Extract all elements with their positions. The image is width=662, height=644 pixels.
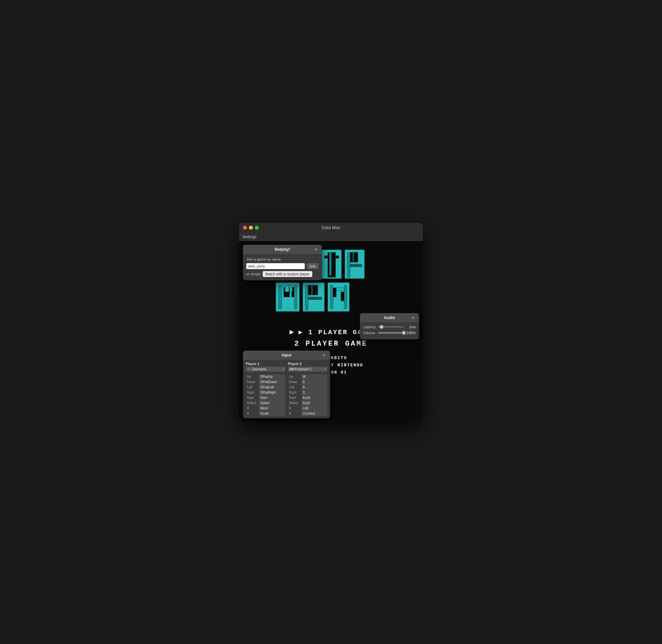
- p2-action: Select: [285, 400, 302, 406]
- join-row: Join a game by name: [246, 257, 318, 261]
- input-titlebar: Input ✕: [243, 351, 330, 360]
- player1-device: Gamepad: [252, 367, 282, 371]
- volume-thumb[interactable]: [402, 331, 406, 335]
- p2-binding[interactable]: LAlt: [302, 406, 327, 411]
- p2-action: Down: [285, 379, 302, 385]
- audio-title: Audio: [369, 316, 410, 320]
- p2-action: Right: [285, 390, 302, 395]
- table-row: Start Start Start Key9: [245, 395, 327, 400]
- audio-titlebar: Audio ✕: [360, 313, 419, 322]
- p1-action: Select: [245, 400, 259, 406]
- table-row: Up DPadUp Up W: [245, 374, 327, 380]
- p2-binding[interactable]: LControl: [302, 411, 327, 416]
- latency-value: 1ms: [406, 325, 416, 329]
- p1-binding[interactable]: DPadRight: [259, 390, 285, 395]
- netplay-title: Netplay!: [252, 247, 313, 252]
- p2-action: Left: [285, 385, 302, 390]
- latency-row: Latency 1ms: [363, 325, 416, 329]
- p2-action: B: [285, 406, 302, 411]
- latency-thumb[interactable]: [380, 325, 383, 329]
- join-button[interactable]: Join: [307, 263, 318, 269]
- titlebar: Data Man: [239, 223, 423, 233]
- input-title: Input: [252, 353, 322, 358]
- p1-binding[interactable]: DPadLeft: [259, 385, 285, 390]
- p2-action: Up: [285, 374, 302, 380]
- traffic-lights: [243, 226, 259, 230]
- p1-binding[interactable]: West: [259, 406, 285, 411]
- p2-binding[interactable]: D: [302, 390, 327, 395]
- table-row: Down DPadDown Down S: [245, 379, 327, 385]
- minimize-button[interactable]: [249, 226, 253, 230]
- table-row: A South A LControl: [245, 411, 327, 416]
- gamepad-icon: 🎮: [247, 367, 251, 371]
- volume-row: Volume 100%: [363, 331, 416, 335]
- p2-binding[interactable]: A: [302, 385, 327, 390]
- p1-binding[interactable]: Select: [259, 400, 285, 406]
- volume-label: Volume: [363, 331, 376, 335]
- p1-chevron-icon: ▾: [283, 368, 284, 371]
- or-row: or simply Match with a random player: [246, 271, 318, 277]
- table-row: Right DPadRight Right D: [245, 390, 327, 395]
- maximize-button[interactable]: [255, 226, 259, 230]
- settings-menu[interactable]: Settings: [242, 235, 257, 239]
- input-mapping-table: Up DPadUp Up W Down DPadDown Down S Left…: [245, 374, 327, 416]
- netplay-body: Join a game by name Join or simply Match…: [243, 254, 322, 280]
- netplay-dialog: Netplay! ✕ Join a game by name Join or s…: [243, 245, 322, 280]
- join-input-row: Join: [246, 263, 318, 269]
- player1-label: Player 1: [245, 362, 285, 366]
- or-label: or simply: [246, 272, 261, 276]
- player1-col: Player 1 🎮 Gamepad ▾: [245, 362, 285, 373]
- table-row: B West B LAlt: [245, 406, 327, 411]
- p1-action: Up: [245, 374, 259, 380]
- player2-col: Player 2 ⌨ Keyboard 2 ▾: [288, 362, 328, 373]
- p1-action: Right: [245, 390, 259, 395]
- player2-device: Keyboard 2: [295, 367, 324, 371]
- p1-binding[interactable]: DPadUp: [259, 374, 285, 380]
- p1-action: Down: [245, 379, 259, 385]
- join-label: Join a game by name: [246, 257, 281, 261]
- p2-action: Start: [285, 395, 302, 400]
- p2-binding[interactable]: W: [302, 374, 327, 380]
- match-random-button[interactable]: Match with a random player: [263, 271, 312, 277]
- player2-label: Player 2: [288, 362, 328, 366]
- game-name-input[interactable]: [246, 263, 305, 269]
- input-dialog: Input ✕ Player 1 🎮 Gamepad ▾ Player 2: [243, 351, 330, 418]
- p1-action: Start: [245, 395, 259, 400]
- latency-label: Latency: [363, 325, 376, 329]
- arrow-icon: ▶: [290, 328, 295, 337]
- input-body: Player 1 🎮 Gamepad ▾ Player 2 ⌨ Keyboard…: [243, 360, 330, 418]
- table-row: Select Select Select Key0: [245, 400, 327, 406]
- p2-binding[interactable]: Key9: [302, 395, 327, 400]
- window-title: Data Man: [322, 225, 340, 230]
- table-row: Left DPadLeft Left A: [245, 385, 327, 390]
- player1-device-select[interactable]: 🎮 Gamepad ▾: [245, 367, 285, 372]
- keyboard-icon: ⌨: [289, 367, 294, 371]
- player2-device-select[interactable]: ⌨ Keyboard 2 ▾: [288, 367, 328, 372]
- audio-dialog: Audio ✕ Latency 1ms Volume: [360, 313, 419, 339]
- p1-binding[interactable]: South: [259, 411, 285, 416]
- netplay-close-button[interactable]: ✕: [313, 247, 318, 252]
- latency-slider[interactable]: [378, 326, 404, 328]
- audio-close-button[interactable]: ✕: [410, 315, 416, 320]
- volume-value: 100%: [406, 331, 416, 335]
- p1-action: B: [245, 406, 259, 411]
- game-area: Netplay! ✕ Join a game by name Join or s…: [239, 241, 423, 421]
- p2-binding[interactable]: S: [302, 379, 327, 385]
- netplay-titlebar: Netplay! ✕: [243, 245, 322, 254]
- menubar: Settings: [239, 233, 423, 241]
- audio-body: Latency 1ms Volume 100%: [360, 322, 419, 339]
- p1-binding[interactable]: DPadDown: [259, 379, 285, 385]
- p1-action: A: [245, 411, 259, 416]
- p2-binding[interactable]: Key0: [302, 400, 327, 406]
- volume-slider[interactable]: [378, 332, 404, 334]
- p1-binding[interactable]: Start: [259, 395, 285, 400]
- menu-2player[interactable]: 2 PLAYER GAME: [294, 340, 368, 348]
- p1-action: Left: [245, 385, 259, 390]
- app-window: Data Man Settings Netplay! ✕ Join a game…: [239, 223, 423, 421]
- p2-chevron-icon: ▾: [325, 368, 326, 371]
- input-close-button[interactable]: ✕: [322, 352, 327, 358]
- p2-action: A: [285, 411, 302, 416]
- close-button[interactable]: [243, 226, 247, 230]
